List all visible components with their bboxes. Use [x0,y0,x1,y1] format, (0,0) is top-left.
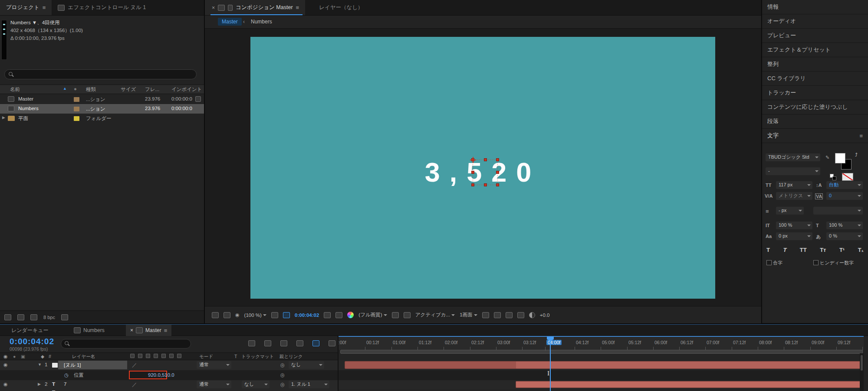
tsume-select[interactable]: 0 % [826,232,863,240]
quality-switch-icon[interactable] [146,354,150,358]
close-icon[interactable]: × [212,5,215,11]
expand-icon[interactable]: ▶ [2,115,5,120]
horizontal-scale-select[interactable]: 100 % [826,222,863,229]
property-name[interactable]: 位置 [74,372,84,378]
timeline-search-input[interactable] [61,339,191,349]
label-chip[interactable] [74,116,79,121]
adjustment-switch-icon[interactable] [169,354,174,358]
always-preview-icon[interactable] [212,312,219,318]
subscript-button[interactable]: T₁ [858,247,864,253]
zoom-select[interactable]: (100 %) [244,313,266,318]
position-value-highlighted[interactable]: 920.0,510.0 [129,371,167,379]
line-option-select[interactable]: - px [776,207,804,215]
vertical-scale-select[interactable]: 100 % [776,222,812,229]
eye-icon[interactable]: ◉ [3,381,8,387]
main-viewer-icon[interactable] [224,312,230,318]
ligatures-checkbox[interactable]: 合字 [766,260,783,266]
bpc-label[interactable]: 8 bpc [43,315,55,320]
property-row-position[interactable]: ◷ 位置 920.0,510.0 ◎ [0,370,338,380]
new-composition-icon[interactable] [30,314,37,320]
anchor-point-icon[interactable] [470,157,476,163]
row-name[interactable]: Master [18,96,33,101]
col-inpoint[interactable]: インポイント [171,86,202,93]
tab-composition-master[interactable]: × コンポジション Master ≡ [205,0,305,15]
view-layout-select[interactable]: 1画面 [460,312,477,318]
sidebar-item-character[interactable]: 文字 ≡ [762,129,868,143]
col-size[interactable]: サイズ [121,86,136,93]
project-row-folder[interactable]: ▶ 平面 フォルダー [0,114,204,123]
selection-handle[interactable] [496,158,499,161]
layer2-duration-bar[interactable] [516,381,864,388]
eyedropper-icon[interactable]: ✎ [825,155,829,160]
video-column-icon[interactable]: ◉ [3,354,8,359]
col-name[interactable]: 名前 [10,86,20,93]
quality-switch[interactable]: ／ [132,381,137,388]
col-t[interactable]: T [234,354,237,359]
draft-3d-icon[interactable] [264,340,271,346]
lock-column-icon[interactable]: ▣ [21,354,25,359]
item-name[interactable]: Numbers ▼、4回使用 [10,19,83,27]
project-search-input[interactable] [4,69,197,79]
panel-menu-icon[interactable]: ≡ [43,4,46,11]
kerning-select[interactable]: メトリクス [776,192,812,200]
breadcrumb-master[interactable]: Master [218,18,242,26]
layer-name[interactable]: [ヌル 1] [64,362,81,368]
tab-project[interactable]: プロジェクト ≡ [0,0,52,15]
sidebar-item-info[interactable]: 情報 [762,0,868,14]
row-name[interactable]: 平面 [18,115,28,122]
sidebar-item-preview[interactable]: プレビュー [762,29,868,43]
time-ruler[interactable]: 0:00f 00:12f 01:00f 01:12f 02:00f 02:12f… [339,337,864,350]
motion-blur-switch-icon[interactable] [161,354,166,358]
pickwhip-icon[interactable]: ◎ [280,372,285,378]
tab-master[interactable]: × Master ≡ [126,325,171,336]
sidebar-item-paragraph[interactable]: 段落 [762,114,868,129]
row-name[interactable]: Numbers [18,106,39,111]
fast-previews-icon[interactable] [494,312,501,318]
layer-selection-box[interactable] [473,160,497,185]
tab-effect-controls[interactable]: エフェクトコントロール ヌル 1 [52,0,152,15]
timeline-track-area[interactable]: 0:00f 00:12f 01:00f 01:12f 02:00f 02:12f… [338,336,864,391]
layer1-duration-bar[interactable] [345,361,864,369]
sort-asc-icon[interactable]: ▲ [63,86,67,91]
shy-switch-icon[interactable] [130,354,135,358]
small-caps-button[interactable]: Tᴛ [820,247,826,253]
pixel-aspect-icon[interactable] [482,312,489,318]
project-row-master[interactable]: Master ...ション 23.976 0:00:00:0 [0,94,204,104]
threed-switch-icon[interactable] [177,354,181,358]
font-size-select[interactable]: 117 px [776,181,812,189]
col-fps[interactable]: フレ... [145,86,159,93]
panel-menu-icon[interactable]: ≡ [164,327,168,334]
fill-color-swatch[interactable] [835,153,845,163]
project-row-numbers[interactable]: Numbers ...ション 23.976 0:00:00:0 [0,104,204,114]
faux-bold-button[interactable]: T [766,247,770,253]
label-column-icon[interactable]: ◆ [41,354,44,359]
sidebar-item-effects-presets[interactable]: エフェクト＆プリセット [762,43,868,57]
leading-select[interactable]: 自動 [826,181,863,189]
parent-select[interactable]: なし [289,361,324,369]
selection-handle[interactable] [496,171,499,174]
show-snapshot-icon[interactable] [335,312,342,318]
col-parent[interactable]: 親とリンク [279,354,302,360]
new-folder-icon[interactable] [17,314,24,320]
blend-mode-select[interactable]: 通常 [197,361,231,369]
quality-switch[interactable]: ／ [132,362,137,368]
grid-guides-icon[interactable] [271,312,278,318]
audio-column-icon[interactable]: ● [13,354,16,359]
snapshot-icon[interactable] [324,312,331,318]
label-chip[interactable] [52,363,58,368]
trash-icon[interactable] [61,314,68,320]
col-type[interactable]: 種類 [86,86,96,93]
pickwhip-icon[interactable]: ◎ [280,381,285,388]
selection-handle[interactable] [496,183,499,186]
col-trkmat[interactable]: トラックマット [241,354,274,360]
selection-handle[interactable] [471,183,474,186]
layer-row-1[interactable]: ◉ ▼ 1 [ヌル 1] ／ 通常 ◎ なし [0,360,338,370]
layer-row-3-partial[interactable]: ◉ T [0,389,338,391]
comp-timecode[interactable]: 0:00:04:02 [295,313,319,318]
sidebar-item-content-aware-fill[interactable]: コンテンツに応じた塗りつぶし [762,100,868,114]
line-join-select[interactable] [813,207,863,215]
playhead-line[interactable] [550,337,551,391]
work-area-bar[interactable] [340,350,863,354]
expand-icon[interactable]: ▶ [38,382,41,386]
channel-eye-icon[interactable]: ◉ [235,312,240,318]
